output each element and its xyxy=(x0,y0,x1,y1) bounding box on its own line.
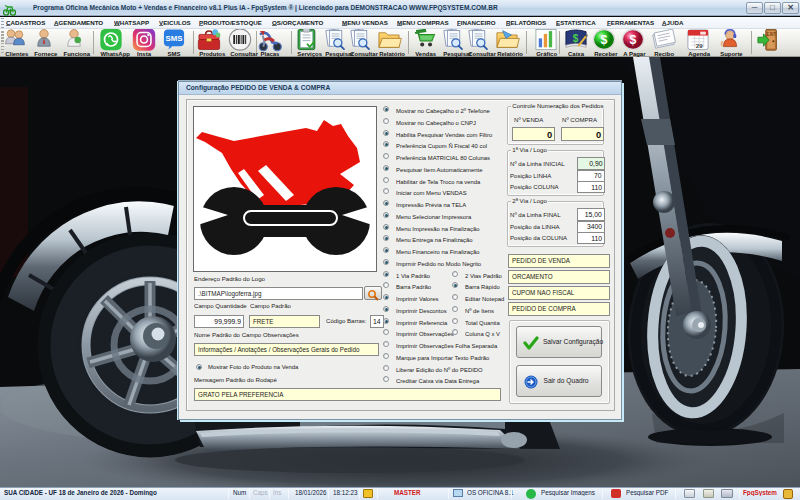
svg-text:EXIT: EXIT xyxy=(766,32,776,37)
